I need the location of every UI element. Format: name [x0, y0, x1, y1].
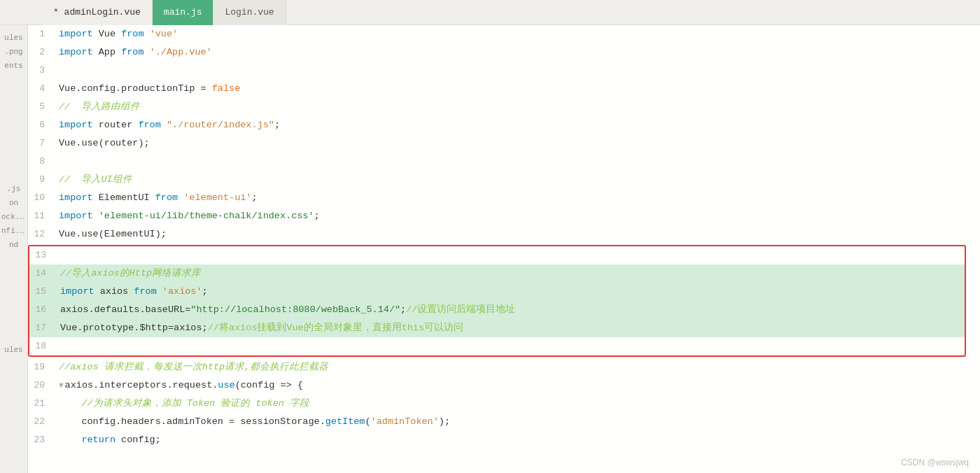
line-row: 20 ▼axios.interceptors.request.use(confi… — [28, 376, 980, 395]
editor-container: * adminLogin.vue main.js Login.vue ules … — [0, 0, 980, 473]
sidebar-item-nfi: nfi... — [0, 224, 27, 238]
line-content-4: Vue.config.productionTip = false — [56, 80, 980, 98]
line-number-19: 19 — [28, 358, 56, 376]
line-number-4: 4 — [28, 80, 56, 98]
sidebar-item-js: .js — [0, 182, 27, 196]
line-row: 13 — [29, 246, 965, 264]
line-number-2: 2 — [28, 43, 56, 62]
line-number-14: 14 — [29, 264, 57, 283]
line-content-16: axios.defaults.baseURL="http://localhost… — [57, 301, 965, 319]
red-border-box: 13 14 //导入axios的Http网络请求库 15 import axio… — [28, 245, 966, 357]
line-row: 10 import ElementUI from 'element-ui'; — [28, 189, 980, 207]
sidebar-item-nd: nd — [0, 238, 27, 252]
code-area[interactable]: 1 import Vue from 'vue' 2 import App fro… — [28, 25, 980, 473]
sidebar: ules .png ents .js on ock.... nfi... nd … — [0, 25, 28, 473]
line-number-10: 10 — [28, 189, 56, 207]
line-content-12: Vue.use(ElementUI); — [56, 225, 980, 243]
line-row: 2 import App from './App.vue' — [28, 43, 980, 62]
line-number-20: 20 — [28, 376, 56, 395]
line-number-11: 11 — [28, 207, 56, 225]
line-number-18: 18 — [29, 337, 57, 355]
line-number-12: 12 — [28, 225, 56, 243]
line-row: 14 //导入axios的Http网络请求库 — [29, 264, 965, 283]
line-content-7: Vue.use(router); — [56, 134, 980, 153]
line-number-13: 13 — [29, 246, 57, 264]
line-content-19: //axios 请求拦截，每发送一次http请求,都会执行此拦截器 — [56, 358, 980, 376]
sidebar-item-ules2: ules — [0, 343, 27, 357]
sidebar-item-ents: ents — [0, 59, 27, 73]
line-content-14: //导入axios的Http网络请求库 — [57, 264, 965, 283]
line-row: 18 — [29, 337, 965, 355]
line-number-5: 5 — [28, 98, 56, 116]
line-row: 8 — [28, 153, 980, 171]
sidebar-item-ules: ules — [0, 31, 27, 45]
line-row: 15 import axios from 'axios'; — [29, 283, 965, 301]
line-content-1: import Vue from 'vue' — [56, 25, 980, 43]
line-row: 1 import Vue from 'vue' — [28, 25, 980, 43]
line-row: 23 return config; — [28, 431, 980, 449]
line-number-7: 7 — [28, 134, 56, 153]
line-content-15: import axios from 'axios'; — [57, 283, 965, 301]
line-content-23: return config; — [56, 431, 980, 449]
line-number-8: 8 — [28, 153, 56, 171]
line-row: 16 axios.defaults.baseURL="http://localh… — [29, 301, 965, 319]
tab-mainjs-label: main.js — [164, 7, 202, 17]
watermark: CSDN @wswsjwq — [901, 458, 969, 467]
line-content-11: import 'element-ui/lib/theme-chalk/index… — [56, 207, 980, 225]
line-row: 4 Vue.config.productionTip = false — [28, 80, 980, 98]
tab-loginvue[interactable]: Login.vue — [214, 0, 286, 25]
editor-body: ules .png ents .js on ock.... nfi... nd … — [0, 25, 980, 473]
line-number-22: 22 — [28, 413, 56, 431]
line-row: 3 — [28, 62, 980, 80]
tab-mainjs[interactable]: main.js — [153, 0, 214, 25]
line-number-21: 21 — [28, 395, 56, 413]
tab-loginvue-label: Login.vue — [225, 7, 274, 17]
line-content-22: config.headers.adminToken = sessionStora… — [56, 413, 980, 431]
line-content-2: import App from './App.vue' — [56, 43, 980, 62]
line-content-20: ▼axios.interceptors.request.use(config =… — [56, 376, 980, 395]
line-content-6: import router from "./router/index.js"; — [56, 116, 980, 134]
tab-bar: * adminLogin.vue main.js Login.vue — [0, 0, 980, 25]
line-row: 5 // 导入路由组件 — [28, 98, 980, 116]
line-row: 12 Vue.use(ElementUI); — [28, 225, 980, 243]
line-number-9: 9 — [28, 171, 56, 189]
line-content-9: // 导入UI组件 — [56, 171, 980, 189]
line-number-15: 15 — [29, 283, 57, 301]
line-content-10: import ElementUI from 'element-ui'; — [56, 189, 980, 207]
line-row: 9 // 导入UI组件 — [28, 171, 980, 189]
line-row: 7 Vue.use(router); — [28, 134, 980, 153]
tab-adminlogin[interactable]: * adminLogin.vue — [42, 0, 153, 25]
line-row: 17 Vue.prototype.$http=axios;//将axios挂载到… — [29, 319, 965, 337]
line-number-16: 16 — [29, 301, 57, 319]
sidebar-item-png: .png — [0, 45, 27, 59]
line-row: 6 import router from "./router/index.js"… — [28, 116, 980, 134]
tab-adminlogin-label: * adminLogin.vue — [53, 7, 141, 17]
line-number-3: 3 — [28, 62, 56, 80]
sidebar-item-ock: ock.... — [0, 210, 27, 224]
line-content-21: //为请求头对象，添加 Token 验证的 token 字段 — [56, 395, 980, 413]
sidebar-item-on: on — [0, 196, 27, 210]
line-row: 11 import 'element-ui/lib/theme-chalk/in… — [28, 207, 980, 225]
line-number-1: 1 — [28, 25, 56, 43]
line-row: 19 //axios 请求拦截，每发送一次http请求,都会执行此拦截器 — [28, 358, 980, 376]
line-content-5: // 导入路由组件 — [56, 98, 980, 116]
line-row: 21 //为请求头对象，添加 Token 验证的 token 字段 — [28, 395, 980, 413]
line-content-17: Vue.prototype.$http=axios;//将axios挂载到Vue… — [57, 319, 965, 337]
line-row: 22 config.headers.adminToken = sessionSt… — [28, 413, 980, 431]
line-number-23: 23 — [28, 431, 56, 449]
line-number-6: 6 — [28, 116, 56, 134]
line-number-17: 17 — [29, 319, 57, 337]
